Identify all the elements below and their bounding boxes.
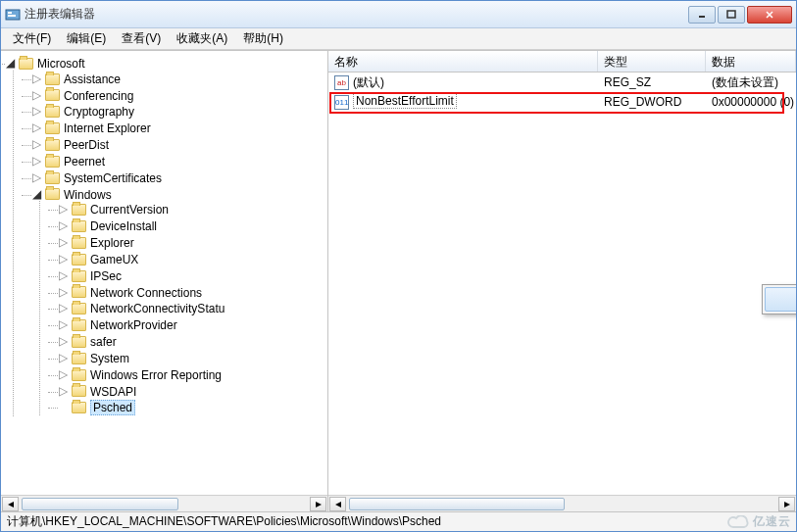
folder-icon	[72, 353, 86, 364]
status-path: 计算机\HKEY_LOCAL_MACHINE\SOFTWARE\Policies…	[7, 513, 441, 530]
tree-node[interactable]: ▷Peernet	[31, 153, 327, 169]
tree-label: PeerDist	[64, 138, 109, 152]
folder-icon	[72, 220, 86, 232]
tree-node[interactable]: ▷Network Connections	[58, 284, 327, 301]
tree-label: Internet Explorer	[64, 121, 151, 135]
tree-label: Network Connections	[90, 285, 202, 299]
folder-icon	[45, 122, 60, 134]
tree-pane[interactable]: ◢Microsoft▷Assistance▷Conferencing▷Crypt…	[1, 51, 328, 511]
tree-label: NetworkConnectivityStatu	[90, 302, 224, 315]
tree-node[interactable]: ▷Windows Error Reporting	[58, 366, 327, 383]
folder-icon	[72, 204, 86, 216]
watermark: 亿速云	[727, 513, 791, 530]
ctx-new[interactable]: 新建(N) ▸	[765, 287, 796, 312]
expand-icon[interactable]: ▷	[58, 385, 69, 396]
tree-label: WSDAPI	[90, 384, 136, 398]
folder-icon	[19, 58, 33, 70]
folder-icon	[72, 303, 86, 314]
folder-icon	[45, 188, 60, 200]
list-header: 名称 类型 数据	[328, 51, 796, 73]
tree-node[interactable]: ▷NetworkConnectivityStatu	[58, 300, 327, 316]
value-type: REG_SZ	[598, 75, 706, 89]
tree-node[interactable]: ▷Internet Explorer	[31, 120, 327, 136]
tree-node[interactable]: ◢Windows▷CurrentVersion▷DeviceInstall▷Ex…	[31, 186, 327, 417]
tree-node[interactable]: ▷SystemCertificates	[31, 169, 327, 186]
folder-icon	[45, 156, 60, 168]
menu-edit[interactable]: 编辑(E)	[59, 28, 114, 49]
scroll-thumb[interactable]	[349, 498, 565, 510]
tree-node[interactable]: ▷System	[58, 350, 327, 366]
folder-icon	[72, 254, 86, 266]
collapse-icon[interactable]: ◢	[31, 188, 42, 199]
expand-icon[interactable]: ▷	[58, 336, 69, 347]
tree-label: Explorer	[90, 236, 134, 250]
expand-icon[interactable]: ▷	[58, 220, 69, 231]
folder-icon	[72, 270, 86, 282]
tree-node[interactable]: ▷WSDAPI	[58, 383, 327, 400]
tree-label: IPSec	[90, 269, 122, 283]
tree-h-scrollbar[interactable]: ◂ ▸	[1, 495, 327, 511]
tree-node[interactable]: ▷safer	[58, 333, 327, 350]
list-pane: 名称 类型 数据 ab(默认)REG_SZ(数值未设置)011NonBestEf…	[328, 51, 796, 511]
expand-icon[interactable]: ▷	[58, 237, 69, 248]
scroll-right-button[interactable]: ▸	[310, 497, 326, 511]
tree-node[interactable]: ▷CurrentVersion	[58, 201, 327, 218]
expand-icon[interactable]: ▷	[31, 73, 42, 83]
folder-icon	[72, 237, 86, 249]
expand-icon[interactable]: ▷	[58, 253, 69, 264]
folder-icon	[72, 385, 86, 397]
status-bar: 计算机\HKEY_LOCAL_MACHINE\SOFTWARE\Policies…	[1, 511, 796, 531]
scroll-left-button[interactable]: ◂	[329, 497, 346, 511]
expand-icon[interactable]: ▷	[31, 155, 42, 166]
expand-icon[interactable]: ▷	[31, 89, 42, 100]
expand-icon[interactable]: ▷	[58, 269, 69, 280]
tree-node[interactable]: ▷DeviceInstall	[58, 218, 327, 234]
col-data[interactable]: 数据	[706, 51, 796, 72]
list-row[interactable]: ab(默认)REG_SZ(数值未设置)	[328, 73, 796, 92]
tree-label: Microsoft	[37, 57, 85, 71]
scroll-thumb[interactable]	[22, 498, 178, 510]
tree-node[interactable]: ▷Conferencing	[31, 87, 327, 104]
col-type[interactable]: 类型	[598, 51, 706, 72]
folder-icon	[72, 286, 86, 298]
list-h-scrollbar[interactable]: ◂ ▸	[328, 495, 796, 511]
expand-icon[interactable]: ▷	[58, 319, 69, 330]
col-name[interactable]: 名称	[328, 51, 598, 72]
menu-file[interactable]: 文件(F)	[5, 28, 59, 49]
expand-icon[interactable]: ▷	[31, 106, 42, 117]
tree-node[interactable]: ▷IPSec	[58, 267, 327, 284]
tree-node[interactable]: ▷Explorer	[58, 234, 327, 251]
menu-view[interactable]: 查看(V)	[114, 28, 169, 49]
tree-node[interactable]: ▷Cryptography	[31, 103, 327, 120]
scroll-left-button[interactable]: ◂	[2, 497, 19, 511]
expand-icon[interactable]: ▷	[58, 352, 69, 363]
svg-rect-2	[8, 15, 16, 17]
minimize-button[interactable]	[688, 6, 716, 24]
folder-icon	[45, 73, 60, 85]
expand-icon[interactable]: ▷	[31, 122, 42, 133]
value-data: (数值未设置)	[706, 74, 796, 91]
folder-icon	[72, 336, 86, 348]
tree-node[interactable]: ▷GameUX	[58, 251, 327, 267]
tree-node[interactable]: ▷Assistance	[31, 71, 327, 87]
close-button[interactable]	[747, 6, 792, 24]
collapse-icon[interactable]: ◢	[5, 58, 16, 69]
tree-node[interactable]: ▷PeerDist	[31, 136, 327, 153]
expand-icon[interactable]: ▷	[58, 303, 69, 314]
list-row[interactable]: 011NonBestEffortLimitREG_DWORD0x00000000…	[328, 92, 796, 112]
expand-icon[interactable]: ▷	[31, 171, 42, 182]
maximize-button[interactable]	[718, 6, 745, 24]
menu-help[interactable]: 帮助(H)	[235, 28, 291, 49]
expand-icon[interactable]: ▷	[58, 286, 69, 297]
folder-icon	[45, 89, 60, 101]
tree-label: Peernet	[64, 155, 105, 169]
tree-node[interactable]: ◢Microsoft▷Assistance▷Conferencing▷Crypt…	[5, 55, 327, 417]
menu-favorites[interactable]: 收藏夹(A)	[169, 28, 235, 49]
tree-node[interactable]: ▷NetworkProvider	[58, 316, 327, 333]
scroll-right-button[interactable]: ▸	[778, 497, 795, 511]
expand-icon[interactable]: ▷	[58, 368, 69, 379]
tree-node[interactable]: Psched	[58, 399, 327, 415]
expand-icon[interactable]: ▷	[58, 204, 69, 215]
tree-label: SystemCertificates	[64, 171, 162, 185]
expand-icon[interactable]: ▷	[31, 139, 42, 150]
